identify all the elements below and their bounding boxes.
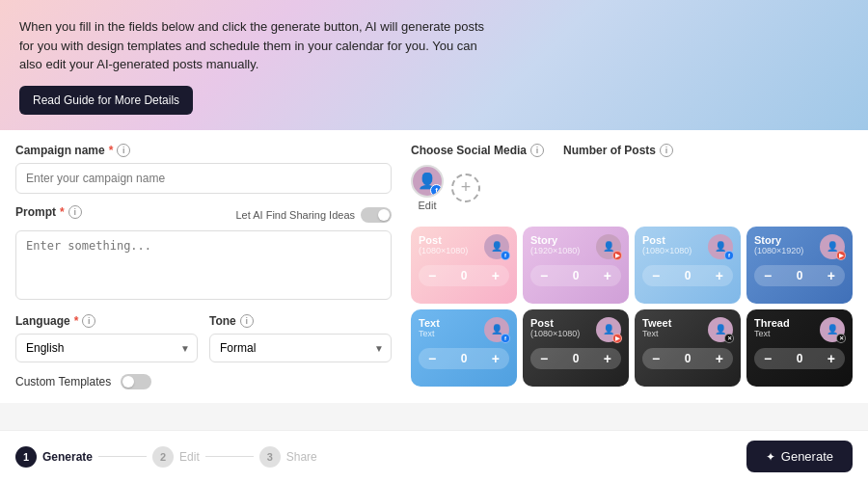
post-card-text-blue: Text Text 👤 f − 0 +	[411, 309, 517, 387]
card-avatar: 👤 ✕	[708, 317, 733, 342]
campaign-label: Campaign name * i	[15, 144, 392, 157]
tone-info-icon[interactable]: i	[240, 314, 254, 328]
decrement-button[interactable]: −	[762, 268, 773, 283]
card-title: Text	[419, 317, 440, 329]
step-line-2	[205, 456, 254, 457]
decrement-button[interactable]: −	[538, 351, 550, 366]
toggle-knob	[378, 209, 390, 221]
card-avatar-badge: ✕	[836, 334, 846, 343]
card-avatar-badge: ▶	[612, 334, 622, 343]
post-card-story-1080x1920: Story (1080×1920) 👤 ▶ − 0 +	[746, 227, 853, 304]
generate-button[interactable]: ✦ Generate	[746, 441, 853, 472]
counter-value: 0	[573, 352, 580, 365]
step-3-num: 3	[259, 446, 281, 468]
counter-row: − 0 +	[530, 348, 621, 369]
card-avatar-badge: f	[724, 251, 734, 260]
counter-row: − 0 +	[419, 348, 509, 369]
hero-text: When you fill in the fields below and cl…	[19, 17, 502, 74]
tone-select[interactable]: Formal Casual Professional	[209, 334, 392, 362]
post-card-post-dark: Post (1080×1080) 👤 ▶ − 0 +	[523, 309, 629, 387]
decrement-button[interactable]: −	[762, 351, 773, 366]
card-header: Text Text 👤 f	[419, 317, 509, 342]
right-panel: Choose Social Media i 👤 f Edit +	[411, 144, 853, 389]
decrement-button[interactable]: −	[426, 351, 438, 366]
add-social-button[interactable]: +	[451, 174, 480, 202]
counter-value: 0	[685, 269, 692, 282]
post-card-story-1920: Story (1920×1080) 👤 ▶ − 0 +	[523, 227, 629, 304]
post-card-post-1080-2: Post (1080×1080) 👤 f − 0 +	[635, 227, 741, 304]
prompt-textarea[interactable]	[15, 230, 392, 300]
tone-select-wrapper: Formal Casual Professional ▼	[209, 334, 392, 362]
social-avatar-wrapper: 👤 f Edit	[411, 165, 444, 211]
read-guide-button[interactable]: Read Guide for More Details	[19, 86, 193, 115]
custom-templates-toggle-knob	[122, 376, 134, 388]
card-avatar-badge: ✕	[724, 334, 734, 343]
card-subtitle: (1080×1920)	[754, 246, 803, 255]
increment-button[interactable]: +	[714, 268, 725, 283]
card-avatar: 👤 f	[708, 234, 733, 259]
sparkle-icon: ✦	[766, 450, 775, 464]
prompt-label: Prompt * i	[15, 205, 82, 219]
card-title: Post	[530, 317, 580, 329]
step-2-num: 2	[152, 446, 174, 468]
decrement-button[interactable]: −	[426, 268, 438, 283]
prompt-info-icon[interactable]: i	[68, 205, 82, 219]
card-header: Post (1080×1080) 👤 f	[642, 234, 733, 259]
num-posts-info-icon[interactable]: i	[660, 144, 673, 157]
counter-value: 0	[797, 269, 803, 282]
left-panel: Campaign name * i Prompt * i Let AI Find…	[15, 144, 392, 389]
social-avatar[interactable]: 👤 f	[411, 165, 444, 198]
language-field: Language * i English Spanish French ▼	[15, 314, 198, 362]
num-posts-section: Number of Posts i	[563, 144, 673, 215]
campaign-input[interactable]	[15, 163, 392, 194]
step-line-1	[98, 456, 147, 457]
social-avatar-badge: f	[430, 184, 443, 197]
decrement-button[interactable]: −	[538, 268, 550, 283]
custom-templates-toggle[interactable]	[121, 374, 151, 389]
increment-button[interactable]: +	[714, 351, 725, 366]
counter-value: 0	[461, 352, 468, 365]
counter-row: − 0 +	[642, 348, 733, 369]
social-media-info-icon[interactable]: i	[530, 144, 544, 157]
counter-row: − 0 +	[530, 265, 621, 286]
language-select[interactable]: English Spanish French	[15, 334, 198, 362]
increment-button[interactable]: +	[490, 351, 502, 366]
card-avatar: 👤 ✕	[820, 317, 845, 342]
num-posts-label: Number of Posts i	[563, 144, 673, 157]
post-card-thread: Thread Text 👤 ✕ − 0 +	[746, 309, 853, 387]
edit-label: Edit	[411, 200, 444, 211]
card-avatar: 👤 ▶	[820, 234, 845, 259]
step-2-label: Edit	[179, 450, 200, 464]
card-title: Story	[530, 234, 580, 246]
card-title: Story	[754, 234, 803, 246]
decrement-button[interactable]: −	[650, 351, 662, 366]
prompt-field: Prompt * i Let AI Find Sharing Ideas	[15, 205, 392, 314]
counter-value: 0	[461, 269, 468, 282]
increment-button[interactable]: +	[602, 268, 613, 283]
posts-grid: Post (1080×1080) 👤 f − 0 + Story (1920×1…	[411, 227, 853, 387]
tone-field: Tone i Formal Casual Professional ▼	[209, 314, 392, 362]
card-avatar: 👤 f	[484, 317, 509, 342]
step-1-label: Generate	[42, 450, 93, 464]
increment-button[interactable]: +	[826, 351, 837, 366]
card-avatar: 👤 ▶	[596, 317, 621, 342]
campaign-info-icon[interactable]: i	[117, 144, 130, 157]
language-info-icon[interactable]: i	[82, 314, 95, 328]
ai-toggle[interactable]	[361, 207, 392, 223]
custom-templates-row: Custom Templates	[15, 374, 392, 389]
custom-templates-label: Custom Templates	[15, 375, 111, 388]
counter-value: 0	[685, 352, 692, 365]
social-media-label: Choose Social Media i	[411, 144, 544, 157]
card-avatar-badge: f	[501, 334, 510, 343]
increment-button[interactable]: +	[490, 268, 502, 283]
generate-button-label: Generate	[781, 449, 833, 464]
steps-row: 1 Generate 2 Edit 3 Share	[15, 446, 317, 468]
counter-value: 0	[797, 352, 803, 365]
card-avatar: 👤 f	[484, 234, 509, 259]
card-header: Post (1080×1080) 👤 f	[419, 234, 509, 259]
increment-button[interactable]: +	[602, 351, 613, 366]
increment-button[interactable]: +	[826, 268, 837, 283]
decrement-button[interactable]: −	[650, 268, 662, 283]
tone-label: Tone i	[209, 314, 392, 328]
card-header: Post (1080×1080) 👤 ▶	[530, 317, 621, 342]
